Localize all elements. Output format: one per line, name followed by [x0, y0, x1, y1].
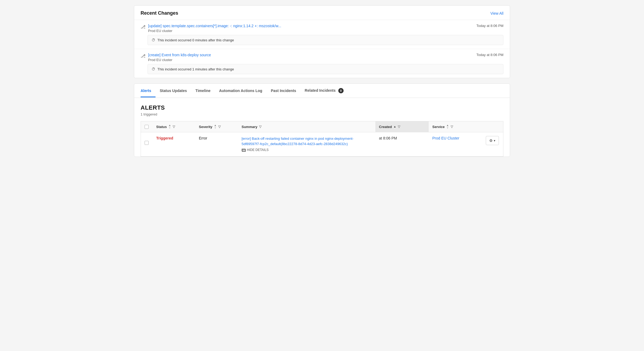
- row-checkbox[interactable]: [145, 141, 149, 145]
- service-filter-icon[interactable]: ▽: [451, 125, 453, 129]
- git-merge-icon-2: ⎇: [141, 53, 145, 58]
- incident-notice-text-1: This incident occurred 0 minutes after t…: [157, 38, 234, 42]
- created-filter-icon[interactable]: ▽: [398, 125, 400, 129]
- severity-value: Error: [199, 136, 207, 140]
- alerts-subheading: 1 triggered: [141, 112, 503, 116]
- alerts-section: ALERTS 1 triggered Status: [134, 98, 510, 157]
- th-summary-label: Summary: [242, 125, 257, 129]
- severity-sort-icon[interactable]: ▲▼: [214, 124, 217, 129]
- tab-alerts[interactable]: Alerts: [141, 84, 156, 97]
- select-all-checkbox[interactable]: [145, 125, 149, 129]
- recent-changes-card: Recent Changes View All ⎇ [update] spec.…: [134, 5, 510, 78]
- chevron-down-icon: ▾: [494, 139, 495, 142]
- td-severity: Error: [195, 132, 238, 157]
- recent-changes-header: Recent Changes View All: [134, 6, 510, 20]
- alerts-table-body: Triggered Error [error] Back-off restart…: [141, 132, 503, 157]
- created-value: at 8:06 PM: [379, 136, 397, 140]
- th-service-label: Service: [432, 125, 445, 129]
- th-summary[interactable]: Summary ▽: [238, 121, 375, 132]
- tab-status-updates[interactable]: Status Updates: [156, 84, 191, 97]
- summary-filter-icon[interactable]: ▽: [259, 125, 261, 129]
- service-sort-icon[interactable]: ▲▼: [446, 124, 449, 129]
- gear-icon: ⚙: [489, 138, 493, 143]
- th-created[interactable]: Created ▲ ▽: [375, 121, 429, 132]
- incident-notice-text-2: This incident occurred 1 minutes after t…: [157, 67, 234, 71]
- git-merge-icon-1: ⎇: [141, 24, 145, 29]
- clock-icon-2: ⏱: [152, 67, 155, 71]
- change-time-2: Today at 8:06 PM: [476, 53, 503, 57]
- change-item-1: ⎇ [update] spec.template.spec.containers…: [134, 20, 510, 49]
- status-sort-icon[interactable]: ▲▼: [168, 124, 171, 129]
- tab-related-incidents[interactable]: Related Incidents 0: [300, 84, 348, 98]
- th-severity[interactable]: Severity ▲▼ ▽: [195, 121, 238, 132]
- status-badge: Triggered: [156, 136, 173, 140]
- summary-link[interactable]: [error] Back-off restarting failed conta…: [242, 136, 372, 146]
- table-row: Triggered Error [error] Back-off restart…: [141, 132, 503, 157]
- td-service: Prod EU Cluster: [429, 132, 482, 157]
- change-link-1[interactable]: [update] spec.template.spec.containers[*…: [148, 24, 281, 28]
- td-created: at 8:06 PM: [375, 132, 429, 157]
- th-severity-label: Severity: [199, 125, 213, 129]
- change-link-2[interactable]: [create] Event from k8s-deploy source: [148, 53, 211, 57]
- th-created-label: Created: [379, 125, 392, 129]
- td-actions: ⚙ ▾: [482, 132, 503, 157]
- hide-details-label: HIDE DETAILS: [247, 148, 269, 152]
- related-incidents-badge: 0: [338, 88, 344, 93]
- created-sort-icon[interactable]: ▲: [393, 125, 396, 128]
- td-checkbox: [141, 132, 153, 157]
- change-item-2: ⎇ [create] Event from k8s-deploy source …: [134, 49, 510, 78]
- alerts-table: Status ▲▼ ▽ Severity ▲▼: [141, 121, 503, 157]
- severity-filter-icon[interactable]: ▽: [218, 125, 221, 129]
- change-cluster-1: Prod EU cluster: [148, 29, 172, 33]
- change-cluster-2: Prod EU cluster: [148, 58, 172, 62]
- change-time-1: Today at 8:06 PM: [476, 24, 503, 28]
- th-status-label: Status: [156, 125, 167, 129]
- th-checkbox: [141, 121, 153, 132]
- tab-past-incidents[interactable]: Past Incidents: [267, 84, 300, 97]
- tabs-nav: Alerts Status Updates Timeline Automatio…: [134, 84, 510, 98]
- th-status[interactable]: Status ▲▼ ▽: [153, 121, 195, 132]
- status-filter-icon[interactable]: ▽: [173, 125, 175, 129]
- th-service[interactable]: Service ▲▼ ▽: [429, 121, 482, 132]
- th-actions: [482, 121, 503, 132]
- actions-button[interactable]: ⚙ ▾: [486, 136, 499, 145]
- td-summary: [error] Back-off restarting failed conta…: [238, 132, 375, 157]
- svg-rect-0: [242, 149, 245, 152]
- incident-notice-1: ⏱ This incident occurred 0 minutes after…: [148, 35, 503, 45]
- tab-timeline[interactable]: Timeline: [191, 84, 215, 97]
- hide-details-button[interactable]: HIDE DETAILS: [242, 148, 269, 152]
- alerts-heading: ALERTS: [141, 104, 503, 111]
- recent-changes-title: Recent Changes: [141, 10, 178, 16]
- tab-automation-actions-log[interactable]: Automation Actions Log: [215, 84, 267, 97]
- clock-icon-1: ⏱: [152, 38, 155, 42]
- td-status: Triggered: [153, 132, 195, 157]
- hide-details-icon: [242, 149, 245, 151]
- alerts-table-head: Status ▲▼ ▽ Severity ▲▼: [141, 121, 503, 132]
- tabs-card: Alerts Status Updates Timeline Automatio…: [134, 83, 510, 157]
- incident-notice-2: ⏱ This incident occurred 1 minutes after…: [148, 64, 503, 74]
- service-link[interactable]: Prod EU Cluster: [432, 136, 459, 140]
- view-all-link[interactable]: View All: [490, 11, 503, 15]
- tab-related-incidents-label: Related Incidents: [305, 88, 336, 93]
